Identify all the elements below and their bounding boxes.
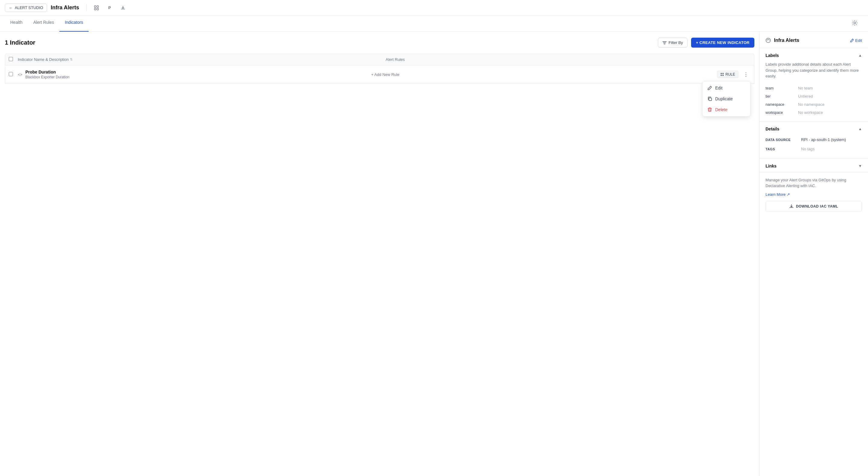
dropdown-duplicate[interactable]: Duplicate xyxy=(703,93,750,104)
filter-button[interactable]: Filter By xyxy=(658,38,687,47)
label-row-namespace: namespace No namespace xyxy=(766,100,862,108)
panel-title: Infra Alerts xyxy=(774,38,847,43)
svg-point-10 xyxy=(766,38,771,43)
tab-alert-rules[interactable]: Alert Rules xyxy=(28,16,59,32)
iac-description: Manage your Alert Groups via GitOps by u… xyxy=(766,177,862,189)
back-arrow-icon: ← xyxy=(9,5,13,10)
label-row-workspace: workspace No workspace xyxy=(766,108,862,117)
links-section-header[interactable]: Links ▼ xyxy=(766,159,862,172)
duplicate-label: Duplicate xyxy=(715,96,733,101)
delete-label: Delete xyxy=(715,107,727,112)
rule-badge-label: RULE xyxy=(725,72,735,76)
divider xyxy=(87,4,87,11)
details-section-header[interactable]: Details ▲ xyxy=(766,122,862,135)
indicator-count: 1 Indicator xyxy=(5,39,654,46)
detail-key-tags: TAGS xyxy=(766,147,799,151)
row-description: Blackbox Exporter Duration xyxy=(25,75,368,79)
links-section: Links ▼ xyxy=(760,159,868,172)
svg-rect-7 xyxy=(721,75,722,76)
detail-row-tags: TAGS No tags xyxy=(766,144,862,154)
details-section: Details ▲ DATA SOURCE RPI - ap-south-1 (… xyxy=(760,122,868,159)
download-icon-button[interactable] xyxy=(118,3,128,13)
col-name-header: Indicator Name & Description xyxy=(18,57,69,62)
duplicate-icon xyxy=(707,96,712,101)
edit-link[interactable]: Edit xyxy=(850,38,862,43)
page-title: Infra Alerts xyxy=(51,4,79,11)
svg-rect-6 xyxy=(722,73,724,74)
details-title: Details xyxy=(766,127,779,131)
right-panel: Infra Alerts Edit Labels ▲ Labels provid… xyxy=(760,32,868,476)
svg-rect-5 xyxy=(721,73,722,74)
download-iac-label: DOWNLOAD IAC YAML xyxy=(796,204,838,209)
delete-icon xyxy=(707,107,712,112)
create-indicator-button[interactable]: + CREATE NEW INDICATOR xyxy=(691,38,754,47)
dropdown-menu: Edit Duplicate Delete xyxy=(702,81,750,117)
svg-rect-2 xyxy=(94,8,96,10)
details-toggle-icon[interactable]: ▲ xyxy=(858,127,862,131)
settings-tab[interactable] xyxy=(846,16,863,32)
dropdown-delete[interactable]: Delete xyxy=(703,104,750,115)
links-title: Links xyxy=(766,164,777,168)
rule-badge-icon xyxy=(720,73,724,76)
iac-section: Manage your Alert Groups via GitOps by u… xyxy=(760,172,868,217)
svg-point-4 xyxy=(854,22,856,24)
svg-rect-0 xyxy=(94,6,96,7)
sort-icon[interactable]: ⇅ xyxy=(70,58,73,61)
edit-label: Edit xyxy=(715,86,722,90)
details-section-body: DATA SOURCE RPI - ap-south-1 (system) TA… xyxy=(766,135,862,158)
toolbar: 1 Indicator Filter By + CREATE NEW INDIC… xyxy=(5,38,754,47)
detail-val-datasource: RPI - ap-south-1 (system) xyxy=(801,137,846,142)
labels-section-body: Labels provide additional details about … xyxy=(766,61,862,121)
select-all-checkbox[interactable] xyxy=(9,57,13,61)
more-options-button[interactable]: ⋮ xyxy=(741,70,750,79)
edit-link-label: Edit xyxy=(855,38,862,43)
dropdown-edit[interactable]: Edit xyxy=(703,83,750,93)
label-row-tier: tier Untiered xyxy=(766,92,862,100)
labels-section: Labels ▲ Labels provide additional detai… xyxy=(760,48,868,122)
grid-icon xyxy=(94,5,99,10)
svg-rect-8 xyxy=(722,75,724,76)
tab-health[interactable]: Health xyxy=(5,16,28,32)
download-iac-button[interactable]: DOWNLOAD IAC YAML xyxy=(766,201,862,212)
back-label: ALERT STUDIO xyxy=(15,5,43,10)
links-toggle-icon[interactable]: ▼ xyxy=(858,164,862,168)
filter-label: Filter By xyxy=(669,40,683,45)
main-layout: 1 Indicator Filter By + CREATE NEW INDIC… xyxy=(0,32,868,476)
learn-more-link[interactable]: Learn More ↗ xyxy=(766,192,790,197)
panel-title-icon xyxy=(766,38,771,43)
labels-section-header[interactable]: Labels ▲ xyxy=(766,48,862,61)
label-key-team: team xyxy=(766,86,796,90)
label-key-tier: tier xyxy=(766,94,796,98)
add-rule-button[interactable]: + Add New Rule xyxy=(371,72,400,77)
download-icon xyxy=(121,5,125,10)
labels-description: Labels provide additional details about … xyxy=(766,61,862,79)
col-rules-header: Alert Rules xyxy=(386,57,405,62)
filter-icon xyxy=(662,41,667,45)
label-row-team: team No team xyxy=(766,84,862,92)
svg-rect-9 xyxy=(709,98,712,101)
code-icon[interactable]: <> xyxy=(18,72,22,77)
table-header: Indicator Name & Description ⇅ Alert Rul… xyxy=(5,54,754,65)
download-iac-icon xyxy=(789,204,794,209)
tab-indicators[interactable]: Indicators xyxy=(59,16,89,32)
label-val-namespace: No namespace xyxy=(798,102,824,107)
rule-badge[interactable]: RULE xyxy=(717,71,738,78)
label-key-workspace: workspace xyxy=(766,110,796,115)
labels-toggle-icon[interactable]: ▲ xyxy=(858,53,862,58)
back-button[interactable]: ← ALERT STUDIO xyxy=(5,4,47,12)
edit-link-icon xyxy=(850,38,854,42)
top-bar: ← ALERT STUDIO Infra Alerts P xyxy=(0,0,868,16)
row-name: Probe Duration xyxy=(25,70,368,74)
profile-icon-button[interactable]: P xyxy=(105,3,115,13)
label-val-workspace: No workspace xyxy=(798,110,823,115)
detail-key-datasource: DATA SOURCE xyxy=(766,138,799,141)
row-checkbox[interactable] xyxy=(9,72,13,76)
svg-rect-3 xyxy=(97,8,98,10)
detail-val-tags: No tags xyxy=(801,147,815,151)
grid-icon-button[interactable] xyxy=(92,3,101,13)
label-val-team: No team xyxy=(798,86,813,90)
label-key-namespace: namespace xyxy=(766,102,796,107)
right-panel-header: Infra Alerts Edit xyxy=(760,32,868,48)
labels-title: Labels xyxy=(766,53,779,58)
detail-row-datasource: DATA SOURCE RPI - ap-south-1 (system) xyxy=(766,135,862,144)
